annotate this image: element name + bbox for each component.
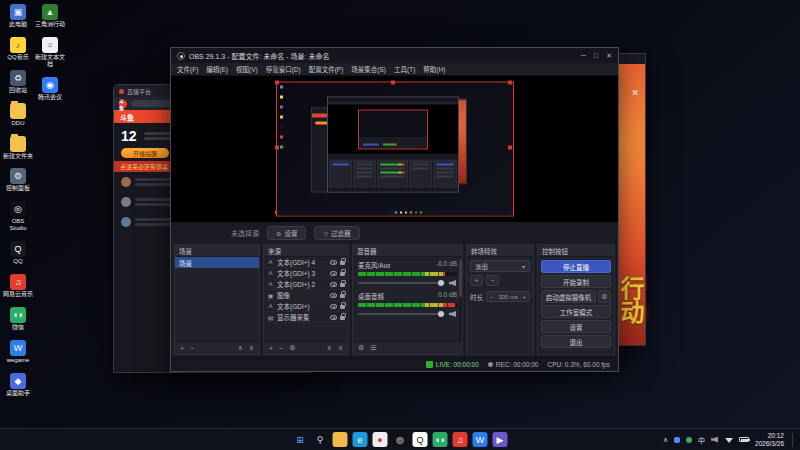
desktop-icon-wechat[interactable]: ◖◗ 微信 xyxy=(3,307,33,331)
visibility-eye-icon[interactable] xyxy=(330,271,337,276)
source-filters-button[interactable]: ▽ 过滤器 xyxy=(314,226,359,240)
add-scene-icon[interactable]: + xyxy=(180,345,184,352)
minimize-icon[interactable]: ─ xyxy=(581,52,586,60)
lock-icon[interactable] xyxy=(340,261,345,265)
show-desktop-button[interactable] xyxy=(792,433,795,447)
visibility-eye-icon[interactable] xyxy=(330,315,337,320)
network-icon[interactable] xyxy=(725,436,733,443)
increment-icon[interactable]: + xyxy=(522,294,526,300)
menu-item[interactable]: 工具(T) xyxy=(394,64,415,74)
desktop-icon-recycle-bin[interactable]: ♻ 回收站 xyxy=(3,70,33,94)
menu-item[interactable]: 场景集合(S) xyxy=(351,64,386,74)
speaker-icon[interactable] xyxy=(449,279,457,287)
controls-panel-title[interactable]: 控制按钮 xyxy=(538,245,614,257)
taskbar-wegame-icon[interactable]: W xyxy=(473,432,488,447)
mixer-gear-icon[interactable]: ⚙ xyxy=(358,344,364,352)
tray-app-icon[interactable] xyxy=(686,437,692,443)
desktop-icon-qq[interactable]: Q QQ xyxy=(3,241,33,265)
remove-source-icon[interactable]: − xyxy=(279,345,283,352)
stop-streaming-button[interactable]: 停止直播 xyxy=(541,260,611,273)
desktop-icon-wegame[interactable]: W wegame xyxy=(3,340,33,364)
source-row[interactable]: A 文本(GDI+) 4 xyxy=(264,257,348,268)
exit-button[interactable]: 退出 xyxy=(541,335,611,348)
taskbar-search-button[interactable]: ⚲ xyxy=(313,432,328,447)
obs-preview-canvas[interactable] xyxy=(171,76,618,222)
menu-item[interactable]: 停靠窗口(D) xyxy=(266,64,301,74)
move-up-icon[interactable]: ∧ xyxy=(327,344,332,352)
volume-slider[interactable] xyxy=(358,282,445,284)
taskbar-start-button[interactable]: ⊞ xyxy=(293,432,308,447)
obs-title-bar[interactable]: OBS 29.1.3 - 配置文件: 未命名 - 场景: 未命名 ─ □ ✕ xyxy=(171,48,618,63)
add-source-icon[interactable]: + xyxy=(269,345,273,352)
close-icon[interactable]: ✕ xyxy=(606,52,612,60)
move-down-icon[interactable]: ∨ xyxy=(249,344,254,352)
start-virtualcam-button[interactable]: 启动虚拟摄像机 xyxy=(541,290,596,303)
mixer-menu-icon[interactable]: ☰ xyxy=(370,344,376,352)
source-row[interactable]: A 文本(GDI+) xyxy=(264,301,348,312)
desktop-icon-obs-studio[interactable]: ◎ OBS Studio xyxy=(3,201,33,232)
taskbar-video-icon[interactable]: ▶ xyxy=(493,432,508,447)
visibility-eye-icon[interactable] xyxy=(330,293,337,298)
desktop-icon-tencent-meeting[interactable]: ◉ 腾讯会议 xyxy=(35,77,65,101)
start-recording-button[interactable]: 开始录制 xyxy=(541,275,611,288)
ime-indicator[interactable]: 中 xyxy=(698,435,705,445)
source-row[interactable]: ▣ 图像 xyxy=(264,290,348,301)
studio-mode-button[interactable]: 工作室模式 xyxy=(541,305,611,318)
menu-item[interactable]: 配置文件(P) xyxy=(309,64,344,74)
site-logo-icon[interactable]: 斗鱼 xyxy=(119,100,127,108)
desktop-icon-qq-music[interactable]: ♪ QQ音乐 xyxy=(3,37,33,61)
scenes-panel-title[interactable]: 场景 xyxy=(175,245,259,257)
decrement-icon[interactable]: − xyxy=(490,294,494,300)
desktop-icon-new-text-doc[interactable]: ≡ 新建文本文档 xyxy=(35,37,65,68)
visibility-eye-icon[interactable] xyxy=(330,304,337,309)
battery-icon[interactable] xyxy=(739,437,749,442)
mixer-panel-title[interactable]: 混音器 xyxy=(353,245,462,257)
tray-app-icon[interactable] xyxy=(674,437,680,443)
source-properties-icon[interactable]: ⚙ xyxy=(289,344,295,352)
remove-scene-icon[interactable]: − xyxy=(190,345,194,352)
source-row[interactable]: A 文本(GDI+) 3 xyxy=(264,268,348,279)
menu-item[interactable]: 帮助(H) xyxy=(423,64,445,74)
desktop-icon-this-pc[interactable]: ▣ 此电脑 xyxy=(3,4,33,28)
desktop-icon-desktop-assistant[interactable]: ◆ 桌面助手 xyxy=(3,373,33,397)
visibility-eye-icon[interactable] xyxy=(330,282,337,287)
action-button[interactable]: 开播提醒 xyxy=(121,148,169,158)
desktop-icon-new-folder[interactable]: 新建文件夹 xyxy=(3,136,33,160)
volume-slider-knob[interactable] xyxy=(438,280,444,286)
tray-chevron-up-icon[interactable]: ∧ xyxy=(663,436,668,444)
taskbar-obs-icon[interactable]: ◎ xyxy=(393,432,408,447)
mixer-scrollbar[interactable] xyxy=(459,257,462,341)
lock-icon[interactable] xyxy=(340,294,345,298)
lock-icon[interactable] xyxy=(340,305,345,309)
source-properties-button[interactable]: ⚙ 设置 xyxy=(267,226,306,240)
maximize-icon[interactable]: □ xyxy=(594,52,598,60)
speaker-icon[interactable] xyxy=(449,310,457,318)
volume-icon[interactable] xyxy=(711,436,719,444)
move-up-icon[interactable]: ∧ xyxy=(238,344,243,352)
visibility-eye-icon[interactable] xyxy=(330,260,337,265)
volume-slider-knob[interactable] xyxy=(438,311,444,317)
volume-slider[interactable] xyxy=(358,313,445,315)
desktop-icon-ddu-folder[interactable]: DDU xyxy=(3,103,33,127)
scene-list-item[interactable]: 场景 xyxy=(175,257,259,268)
transitions-panel-title[interactable]: 转场特效 xyxy=(467,245,533,257)
taskbar-wechat-icon[interactable]: ◖◗ xyxy=(433,432,448,447)
sources-panel-title[interactable]: 来源 xyxy=(264,245,348,257)
desktop-icon-delta-force[interactable]: ▲ 三角洲行动 xyxy=(35,4,65,28)
transition-dropdown[interactable]: 淡出 ▾ xyxy=(470,260,530,272)
taskbar-qq-icon[interactable]: Q xyxy=(413,432,428,447)
taskbar-edge-icon[interactable]: e xyxy=(353,432,368,447)
add-transition-button[interactable]: + xyxy=(470,275,483,286)
lock-icon[interactable] xyxy=(340,283,345,287)
menu-item[interactable]: 编辑(E) xyxy=(206,64,228,74)
close-icon[interactable]: ✕ xyxy=(631,88,639,98)
taskbar-browser-icon[interactable]: ● xyxy=(373,432,388,447)
menu-item[interactable]: 文件(F) xyxy=(177,64,198,74)
clock[interactable]: 20:12 2026/3/26 xyxy=(755,432,784,448)
lock-icon[interactable] xyxy=(340,316,345,320)
taskbar-explorer-icon[interactable] xyxy=(333,432,348,447)
lock-icon[interactable] xyxy=(340,272,345,276)
move-down-icon[interactable]: ∨ xyxy=(338,344,343,352)
settings-button[interactable]: 设置 xyxy=(541,320,611,333)
desktop-icon-control-panel[interactable]: ⚙ 控制面板 xyxy=(3,168,33,192)
